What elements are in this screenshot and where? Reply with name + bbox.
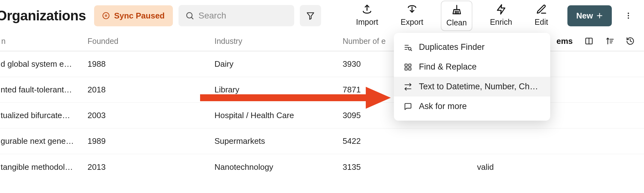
svg-point-17: [627, 17, 629, 18]
toolbar: Organizations Sync Paused: [0, 0, 644, 31]
cell-founded: 2003: [88, 111, 214, 120]
sort-icon[interactable]: [605, 37, 614, 45]
items-label: ems: [556, 36, 573, 46]
clean-label: Clean: [446, 18, 467, 27]
more-vertical-icon: [624, 12, 632, 20]
menu-duplicates-label: Duplicates Finder: [419, 42, 485, 52]
svg-line-4: [191, 17, 193, 19]
edit-label: Edit: [535, 18, 548, 27]
sync-status-label: Sync Paused: [114, 11, 165, 21]
plus-icon: [596, 12, 603, 19]
import-label: Import: [356, 18, 378, 27]
svg-point-15: [627, 13, 629, 14]
cell-desc: nted fault-tolerant…: [0, 85, 88, 95]
new-label: New: [576, 11, 593, 21]
cell-extra: valid: [477, 162, 644, 172]
cell-industry: Library: [214, 85, 343, 95]
menu-duplicates-finder[interactable]: Duplicates Finder: [394, 37, 550, 57]
broom-icon: [451, 4, 462, 16]
tool-group: Import Export: [351, 1, 553, 31]
edit-button[interactable]: Edit: [530, 1, 553, 30]
cell-industry: Supermarkets: [214, 136, 343, 146]
upload-icon: [361, 3, 373, 16]
history-icon[interactable]: [626, 37, 635, 45]
new-button[interactable]: New: [567, 5, 611, 26]
enrich-label: Enrich: [490, 18, 512, 27]
chat-icon: [403, 102, 413, 111]
cell-desc: gurable next gene…: [0, 136, 88, 146]
cell-employees: 5422: [343, 136, 477, 146]
cell-desc: d global system e…: [0, 59, 88, 69]
lightning-icon: [496, 3, 507, 16]
svg-marker-5: [307, 13, 314, 19]
clean-dropdown: Duplicates Finder Find & Replace Text to…: [394, 33, 550, 121]
sync-status-badge[interactable]: Sync Paused: [94, 5, 173, 26]
column-header-desc[interactable]: n: [0, 37, 88, 46]
cell-founded: 1988: [88, 59, 214, 69]
cell-industry: Dairy: [214, 59, 343, 69]
page-title: Organizations: [0, 8, 86, 23]
filter-icon: [306, 11, 315, 20]
svg-rect-29: [405, 64, 407, 66]
cell-founded: 2013: [88, 162, 214, 172]
table-row[interactable]: gurable next gene…1989Supermarkets5422: [0, 128, 644, 154]
svg-rect-30: [409, 64, 411, 66]
search-input[interactable]: [199, 11, 287, 21]
find-replace-icon: [403, 63, 413, 71]
menu-text-to-datetime[interactable]: Text to Datetime, Number, Ch…: [394, 77, 550, 96]
cell-industry: Hospital / Health Care: [214, 111, 343, 120]
menu-ask-more-label: Ask for more: [419, 102, 467, 111]
svg-point-0: [103, 13, 109, 19]
svg-rect-31: [405, 68, 407, 70]
clean-button[interactable]: Clean: [441, 1, 472, 31]
svg-point-16: [627, 15, 629, 16]
convert-icon: [403, 83, 413, 91]
svg-marker-12: [497, 5, 505, 14]
menu-text-to-label: Text to Datetime, Number, Ch…: [419, 82, 538, 91]
column-header-industry[interactable]: Industry: [214, 37, 343, 46]
pause-icon: [102, 12, 110, 19]
export-button[interactable]: Export: [396, 1, 428, 30]
column-header-founded[interactable]: Founded: [88, 37, 214, 46]
svg-line-28: [411, 50, 412, 50]
menu-ask-for-more[interactable]: Ask for more: [394, 96, 550, 116]
cell-founded: 1989: [88, 136, 214, 146]
cell-employees: 3135: [343, 162, 477, 172]
pencil-icon: [536, 3, 547, 16]
search-icon: [185, 11, 194, 20]
cell-desc: tangible methodol…: [0, 162, 88, 172]
menu-find-replace[interactable]: Find & Replace: [394, 57, 550, 77]
search-box[interactable]: [179, 5, 294, 26]
import-button[interactable]: Import: [351, 1, 383, 30]
enrich-button[interactable]: Enrich: [485, 1, 517, 30]
filter-button[interactable]: [300, 5, 321, 26]
columns-icon[interactable]: [585, 37, 593, 45]
cell-desc: tualized bifurcate…: [0, 111, 88, 120]
export-label: Export: [401, 18, 423, 27]
table-row[interactable]: tangible methodol…2013Nanotechnology3135…: [0, 154, 644, 180]
menu-find-replace-label: Find & Replace: [419, 62, 477, 72]
cell-founded: 2018: [88, 85, 214, 95]
cell-industry: Nanotechnology: [214, 162, 343, 172]
more-button[interactable]: [621, 8, 636, 23]
duplicates-icon: [403, 43, 413, 51]
download-icon: [406, 3, 418, 16]
svg-rect-32: [409, 68, 411, 70]
